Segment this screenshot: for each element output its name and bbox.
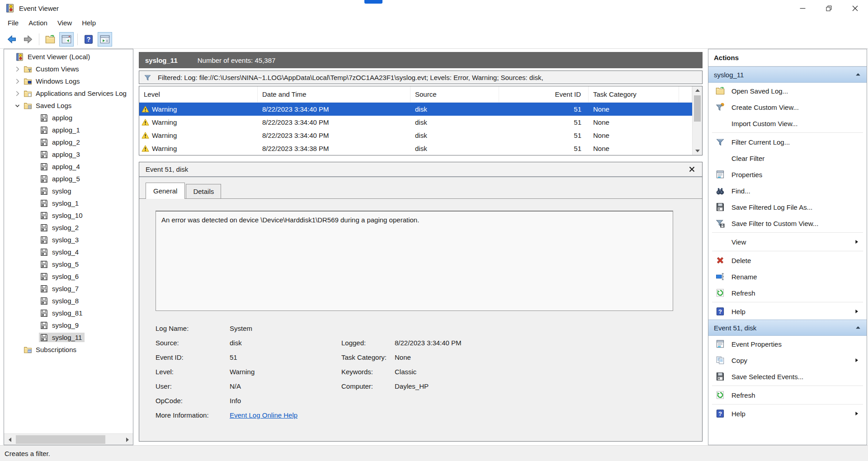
expander-collapsed[interactable] xyxy=(15,65,23,73)
toolbar-open-saved-log-button[interactable] xyxy=(43,32,57,47)
action-item-properties[interactable]: Properties xyxy=(708,166,867,183)
tree-item-syslog-11[interactable]: syslog_11 xyxy=(4,331,133,343)
event-list-vertical-scrollbar[interactable] xyxy=(692,86,702,155)
scroll-left-arrow[interactable] xyxy=(4,434,15,445)
event-log-online-help-link[interactable]: Event Log Online Help xyxy=(230,411,297,419)
scroll-thumb[interactable] xyxy=(694,95,701,122)
scroll-right-arrow[interactable] xyxy=(122,434,133,445)
tree-item-applications-and-services-log[interactable]: Applications and Services Log xyxy=(4,87,133,99)
scroll-down-arrow[interactable] xyxy=(693,147,703,155)
tree-item-syslog-8[interactable]: syslog_8 xyxy=(4,295,133,307)
menu-action[interactable]: Action xyxy=(24,16,52,30)
action-item-import-custom-view[interactable]: Import Custom View... xyxy=(708,115,867,132)
tab-details[interactable]: Details xyxy=(186,184,221,198)
menu-help[interactable]: Help xyxy=(77,16,101,30)
scroll-up-arrow[interactable] xyxy=(693,86,703,94)
action-item-rename[interactable]: Rename xyxy=(708,268,867,285)
table-row[interactable]: Warning8/22/2023 3:34:38 PMdisk51None xyxy=(139,142,692,155)
toolbar-back-button[interactable] xyxy=(5,32,19,47)
tree-item-syslog-10[interactable]: syslog_10 xyxy=(4,209,133,221)
action-item-save-selected-events[interactable]: Save Selected Events... xyxy=(708,368,867,385)
event-viewer-app-icon xyxy=(5,4,14,13)
action-label: Properties xyxy=(731,171,762,179)
close-button[interactable] xyxy=(842,0,868,16)
toolbar-forward-button[interactable] xyxy=(21,32,35,47)
tree-item-event-viewer-local[interactable]: Event Viewer (Local) xyxy=(4,51,133,63)
tree-item-syslog-3[interactable]: syslog_3 xyxy=(4,234,133,246)
folder-plain-icon xyxy=(24,89,32,98)
column-header-task-category[interactable]: Task Category xyxy=(589,86,679,102)
collapse-section-icon[interactable] xyxy=(855,71,861,78)
tab-general[interactable]: General xyxy=(146,183,185,199)
tree-item-syslog-9[interactable]: syslog_9 xyxy=(4,319,133,331)
minimize-button[interactable] xyxy=(789,0,816,16)
tree-item-label: syslog_11 xyxy=(51,333,85,342)
tree-item-custom-views[interactable]: Custom Views xyxy=(4,63,133,75)
action-label: Import Custom View... xyxy=(731,120,797,127)
action-item-save-filter-to-custom-view[interactable]: Save Filter to Custom View... xyxy=(708,215,867,231)
tree-item-syslog[interactable]: syslog xyxy=(4,185,133,197)
table-row[interactable]: Warning8/22/2023 3:34:40 PMdisk51None xyxy=(139,103,692,116)
action-label: Save Selected Events... xyxy=(731,373,803,381)
tree-item-applog-3[interactable]: applog_3 xyxy=(4,148,133,160)
action-item-view[interactable]: View xyxy=(708,234,867,250)
expander-collapsed[interactable] xyxy=(15,77,23,85)
action-item-event-properties[interactable]: Event Properties xyxy=(708,336,867,352)
tree-item-applog[interactable]: applog xyxy=(4,112,133,124)
tree-item-windows-logs[interactable]: Windows Logs xyxy=(4,75,133,87)
tree-item-syslog-1[interactable]: syslog_1 xyxy=(4,197,133,209)
action-item-delete[interactable]: Delete xyxy=(708,252,867,268)
tree-item-syslog-2[interactable]: syslog_2 xyxy=(4,221,133,234)
tree-item-applog-4[interactable]: applog_4 xyxy=(4,160,133,173)
event-description: An error was detected on device \Device\… xyxy=(156,211,673,311)
action-item-save-filtered-log-file-as[interactable]: Save Filtered Log File As... xyxy=(708,199,867,215)
tree-item-applog-2[interactable]: applog_2 xyxy=(4,136,133,148)
floppy-icon xyxy=(40,224,48,232)
column-header-event-id[interactable]: Event ID xyxy=(499,86,589,102)
tree-item-syslog-4[interactable]: syslog_4 xyxy=(4,246,133,258)
tree-item-syslog-6[interactable]: syslog_6 xyxy=(4,270,133,282)
tree-item-applog-5[interactable]: applog_5 xyxy=(4,173,133,185)
field-value xyxy=(395,408,673,422)
tree-horizontal-scrollbar[interactable] xyxy=(4,433,133,445)
column-header-level[interactable]: Level xyxy=(139,86,258,102)
action-item-filter-current-log[interactable]: Filter Current Log... xyxy=(708,134,867,150)
close-preview-icon[interactable] xyxy=(688,165,696,174)
action-item-refresh[interactable]: Refresh xyxy=(708,387,867,403)
tree-item-saved-logs[interactable]: Saved Logs xyxy=(4,99,133,112)
action-item-open-saved-log[interactable]: Open Saved Log... xyxy=(708,83,867,99)
action-item-refresh[interactable]: Refresh xyxy=(708,285,867,301)
scroll-thumb[interactable] xyxy=(16,435,105,444)
action-item-help[interactable]: ?Help xyxy=(708,405,867,422)
toolbar-show-hide-console-tree-button[interactable] xyxy=(59,32,74,47)
expander-collapsed[interactable] xyxy=(15,89,23,97)
tree-item-syslog-5[interactable]: syslog_5 xyxy=(4,258,133,270)
submenu-arrow-icon xyxy=(852,411,861,416)
expander-expanded[interactable] xyxy=(15,102,23,109)
table-row[interactable]: Warning8/22/2023 3:34:40 PMdisk51None xyxy=(139,129,692,142)
preview-tabs: GeneralDetails xyxy=(139,177,702,198)
column-header-source[interactable]: Source xyxy=(410,86,499,102)
actions-section-syslog-11[interactable]: syslog_11 xyxy=(708,66,867,83)
action-label: Create Custom View... xyxy=(731,103,799,111)
help-badge-icon: ? xyxy=(716,307,725,316)
field-value: N/A xyxy=(230,379,341,393)
menu-view[interactable]: View xyxy=(52,16,77,30)
toolbar-show-hide-action-pane-button[interactable] xyxy=(98,32,112,47)
column-header-date-and-time[interactable]: Date and Time xyxy=(258,86,410,102)
menu-file[interactable]: File xyxy=(3,16,24,30)
table-row[interactable]: Warning8/22/2023 3:34:40 PMdisk51None xyxy=(139,116,692,129)
tree-item-applog-1[interactable]: applog_1 xyxy=(4,124,133,136)
action-item-help[interactable]: ?Help xyxy=(708,303,867,320)
action-item-clear-filter[interactable]: Clear Filter xyxy=(708,150,867,166)
tree-item-syslog-81[interactable]: syslog_81 xyxy=(4,307,133,319)
action-item-create-custom-view[interactable]: Create Custom View... xyxy=(708,99,867,115)
tree-item-subscriptions[interactable]: Subscriptions xyxy=(4,343,133,356)
tree-item-syslog-7[interactable]: syslog_7 xyxy=(4,282,133,295)
actions-section-event-51-disk[interactable]: Event 51, disk xyxy=(708,320,867,336)
action-item-find[interactable]: Find... xyxy=(708,183,867,199)
action-item-copy[interactable]: Copy xyxy=(708,352,867,368)
collapse-section-icon[interactable] xyxy=(855,325,861,331)
restore-button[interactable] xyxy=(816,0,842,16)
toolbar-help-button[interactable]: ? xyxy=(81,32,96,47)
